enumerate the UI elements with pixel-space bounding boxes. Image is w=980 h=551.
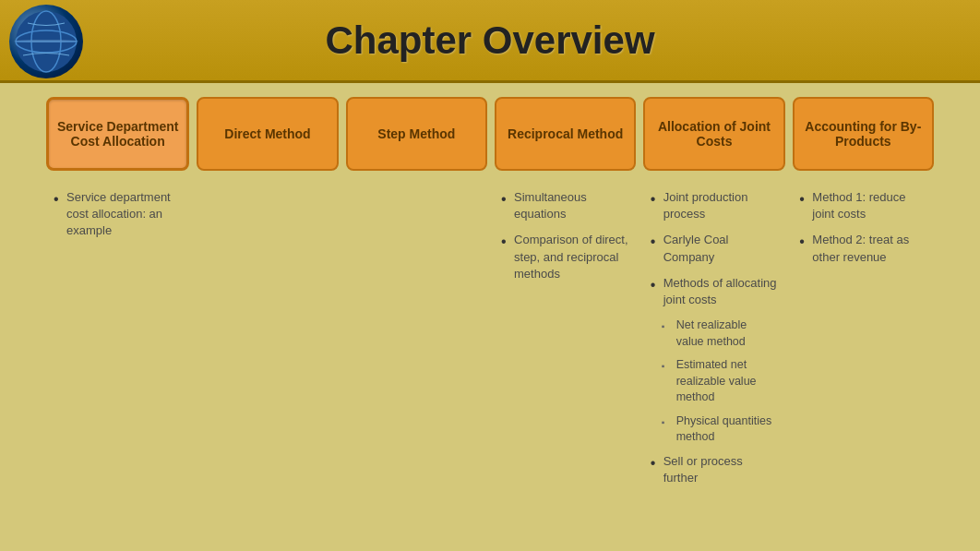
page-header: Chapter Overview xyxy=(0,0,980,83)
tab-service-dept[interactable]: Service Department Cost Allocation xyxy=(46,97,189,171)
list-item: Net realizable value method xyxy=(660,317,778,350)
list-item: Simultaneous equations xyxy=(501,189,628,222)
page-title: Chapter Overview xyxy=(325,18,654,63)
list-item: Method 1: reduce joint costs xyxy=(799,189,926,222)
col-step-method xyxy=(344,185,486,500)
col-service-dept: Service department cost allocation: an e… xyxy=(46,185,188,500)
list-item: Physical quantities method xyxy=(660,413,778,446)
svg-point-0 xyxy=(16,11,77,72)
tab-direct-method[interactable]: Direct Method xyxy=(197,97,338,171)
tab-reciprocal-method[interactable]: Reciprocal Method xyxy=(495,97,636,171)
col-byproducts: Method 1: reduce joint costs Method 2: t… xyxy=(792,185,934,500)
list-item: Comparison of direct, step, and reciproc… xyxy=(501,232,628,282)
list-item: Estimated net realizable value method xyxy=(660,357,778,406)
content-row: Service department cost allocation: an e… xyxy=(46,185,934,500)
col-direct-method xyxy=(196,185,338,500)
list-item: Carlyle Coal Company xyxy=(651,232,778,265)
globe-icon xyxy=(9,5,83,78)
tab-step-method[interactable]: Step Method xyxy=(346,97,487,171)
col-joint-costs: Joint production process Carlyle Coal Co… xyxy=(643,185,785,500)
list-item: Method 2: treat as other revenue xyxy=(799,232,926,265)
main-content: Service Department Cost Allocation Direc… xyxy=(0,83,980,514)
list-item: Joint production process xyxy=(651,189,778,222)
col-reciprocal-method: Simultaneous equations Comparison of dir… xyxy=(494,185,636,500)
tab-allocation-joint[interactable]: Allocation of Joint Costs xyxy=(643,97,784,171)
list-item: Service department cost allocation: an e… xyxy=(54,189,181,240)
tab-accounting-byproducts[interactable]: Accounting for By-Products xyxy=(793,97,934,171)
list-item: Sell or process further xyxy=(651,453,778,486)
list-item: Methods of allocating joint costs xyxy=(651,275,778,308)
tabs-row: Service Department Cost Allocation Direc… xyxy=(46,97,934,171)
